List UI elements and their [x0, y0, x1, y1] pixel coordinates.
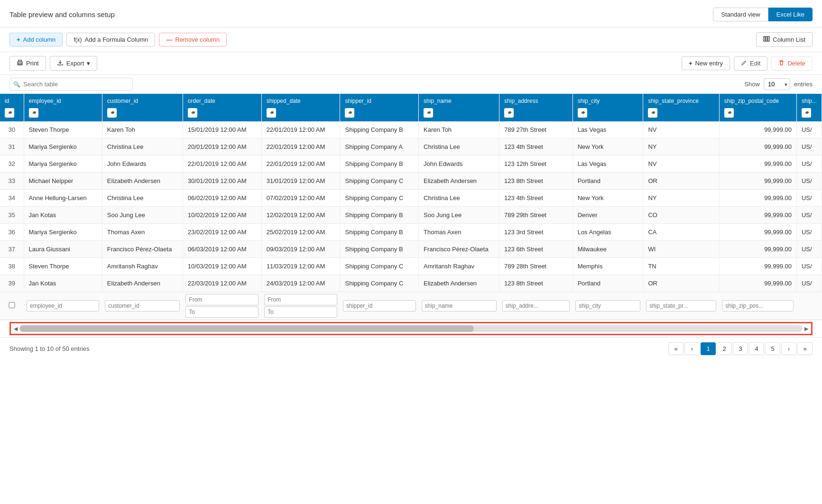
- gear-icon-ship-name[interactable]: [424, 108, 433, 118]
- col-header-id: id: [0, 94, 24, 121]
- cell-shipper_id: Shipping Company C: [340, 173, 419, 190]
- cell-employee_id: Steven Thorpe: [24, 121, 102, 138]
- cell-id: 38: [0, 258, 24, 275]
- scroll-left-arrow[interactable]: ◀: [14, 326, 18, 332]
- gear-icon-employee[interactable]: [29, 108, 38, 118]
- delete-button[interactable]: Delete: [771, 56, 813, 71]
- filter-shipper: [340, 292, 419, 320]
- filter-ship-state-input[interactable]: [646, 300, 716, 312]
- gear-icon-ship-extra[interactable]: [802, 108, 811, 118]
- remove-column-button[interactable]: — Remove column: [159, 33, 227, 46]
- cell-ship_zip_postal_code: 99,999.00: [719, 156, 796, 173]
- filter-id-checkbox[interactable]: [3, 302, 21, 308]
- cell-ship: US/: [796, 224, 822, 241]
- filter-ship-name: [419, 292, 499, 320]
- print-button[interactable]: Print: [9, 56, 46, 71]
- cell-customer_id: Karen Toh: [102, 121, 183, 138]
- filter-customer: [102, 292, 183, 320]
- page-4-button[interactable]: 4: [749, 342, 764, 355]
- col-header-employee-id: employee_id: [24, 94, 102, 121]
- page-last-button[interactable]: »: [797, 342, 813, 355]
- cell-ship: US/: [796, 207, 822, 224]
- pagination: « ‹ 1 2 3 4 5 › »: [668, 342, 813, 355]
- cell-employee_id: Laura Giussani: [24, 241, 102, 258]
- page-5-button[interactable]: 5: [765, 342, 780, 355]
- filter-ship-zip-input[interactable]: [722, 300, 794, 312]
- gear-icon-ship-zip[interactable]: [724, 108, 734, 118]
- gear-icon-shipped-date[interactable]: [267, 108, 276, 118]
- svg-rect-0: [764, 37, 765, 41]
- cell-order_date: 22/01/2019 12:00 AM: [183, 156, 261, 173]
- page-1-button[interactable]: 1: [701, 342, 716, 355]
- add-column-button[interactable]: + Add column: [9, 33, 63, 46]
- filter-ship-state: [643, 292, 719, 320]
- cell-ship_zip_postal_code: 99,999.00: [719, 207, 796, 224]
- trash-icon: [778, 60, 785, 67]
- scroll-right-arrow[interactable]: ▶: [804, 326, 808, 332]
- new-entry-button[interactable]: + New entry: [682, 56, 730, 70]
- filter-shipper-input[interactable]: [343, 300, 416, 312]
- cell-ship: US/: [796, 156, 822, 173]
- cell-id: 33: [0, 173, 24, 190]
- excel-view-button[interactable]: Excel Like: [768, 8, 813, 21]
- cell-ship_state_province: CA: [643, 224, 719, 241]
- svg-rect-1: [766, 37, 767, 41]
- filter-shipped-to[interactable]: [264, 306, 337, 318]
- page-3-button[interactable]: 3: [733, 342, 748, 355]
- col-header-ship-state: ship_state_province: [643, 94, 719, 121]
- gear-icon-shipper[interactable]: [345, 108, 354, 118]
- search-input[interactable]: [9, 78, 133, 91]
- cell-ship_name: Elizabeth Andersen: [419, 173, 499, 190]
- page-first-button[interactable]: «: [668, 342, 683, 355]
- col-header-ship-city: ship_city: [573, 94, 643, 121]
- page-2-button[interactable]: 2: [717, 342, 732, 355]
- cell-ship_zip_postal_code: 99,999.00: [719, 138, 796, 156]
- cell-ship_state_province: OR: [643, 173, 719, 190]
- filter-ship-address-input[interactable]: [502, 300, 570, 312]
- gear-icon-order-date[interactable]: [188, 108, 197, 118]
- cell-customer_id: Thomas Axen: [102, 224, 183, 241]
- filter-order-to[interactable]: [185, 306, 259, 318]
- cell-ship_city: Memphis: [573, 258, 643, 275]
- entries-label: entries: [794, 81, 813, 88]
- cell-ship: US/: [796, 258, 822, 275]
- gear-icon-ship-address[interactable]: [504, 108, 514, 118]
- cell-order_date: 06/03/2019 12:00 AM: [183, 241, 261, 258]
- edit-button[interactable]: Edit: [734, 56, 767, 71]
- filter-ship-name-input[interactable]: [422, 300, 497, 312]
- scrollbar-track[interactable]: [19, 325, 803, 332]
- cell-ship_address: 123 8th Street: [499, 275, 573, 292]
- cell-ship_state_province: NY: [643, 138, 719, 156]
- filter-shipped-from[interactable]: [264, 294, 337, 305]
- cell-order_date: 10/03/2019 12:00 AM: [183, 258, 261, 275]
- filter-order-from[interactable]: [185, 294, 259, 305]
- scrollbar-thumb[interactable]: [19, 325, 474, 332]
- column-list-button[interactable]: Column List: [756, 32, 813, 47]
- filter-customer-input[interactable]: [105, 300, 180, 312]
- gear-icon-id[interactable]: [5, 108, 14, 118]
- cell-ship_city: Los Angelas: [573, 224, 643, 241]
- columns-icon: [763, 36, 770, 44]
- filter-ship-city-input[interactable]: [575, 300, 640, 312]
- edit-icon: [741, 60, 747, 67]
- cell-ship_name: Thomas Axen: [419, 224, 499, 241]
- gear-icon-customer[interactable]: [107, 108, 117, 118]
- standard-view-button[interactable]: Standard view: [713, 8, 768, 21]
- cell-ship_zip_postal_code: 99,999.00: [719, 173, 796, 190]
- export-button[interactable]: Export ▾: [50, 56, 98, 71]
- table-row: 37Laura GiussaniFrancisco Pérez-Olaeta06…: [0, 241, 822, 258]
- gear-icon-ship-city[interactable]: [578, 108, 587, 118]
- page-prev-button[interactable]: ‹: [684, 342, 700, 355]
- page-next-button[interactable]: ›: [781, 342, 796, 355]
- add-formula-button[interactable]: f(x) Add a Formula Column: [66, 33, 155, 46]
- cell-ship_name: Christina Lee: [419, 138, 499, 156]
- entries-select[interactable]: 10 25 50 100: [764, 78, 790, 90]
- cell-ship: US/: [796, 241, 822, 258]
- gear-icon-ship-state[interactable]: [648, 108, 657, 118]
- cell-ship_state_province: OR: [643, 275, 719, 292]
- cell-ship_name: Karen Toh: [419, 121, 499, 138]
- cell-ship_city: Las Vegas: [573, 121, 643, 138]
- filter-employee-input[interactable]: [27, 300, 99, 312]
- cell-ship_city: Milwaukee: [573, 241, 643, 258]
- cell-shipper_id: Shipping Company B: [340, 207, 419, 224]
